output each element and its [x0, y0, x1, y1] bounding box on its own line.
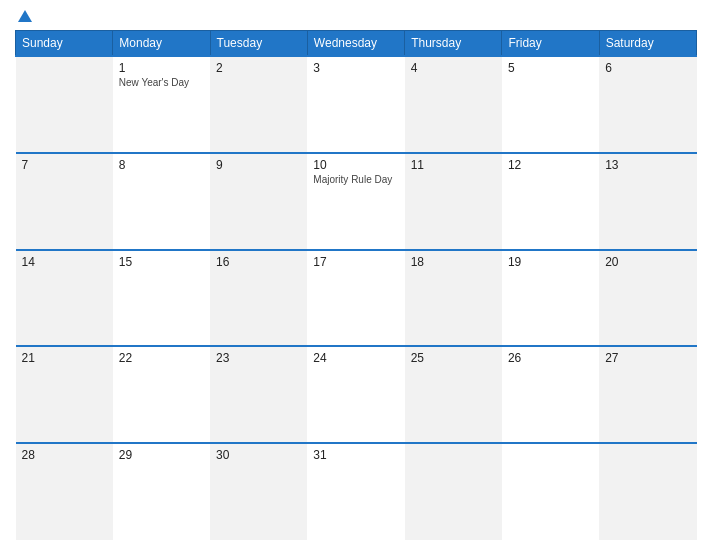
- calendar-cell: 10Majority Rule Day: [307, 153, 404, 250]
- calendar-cell: 28: [16, 443, 113, 540]
- calendar-cell: 1New Year's Day: [113, 56, 210, 153]
- day-number: 25: [411, 351, 496, 365]
- calendar-week-row: 14151617181920: [16, 250, 697, 347]
- calendar-cell: 20: [599, 250, 696, 347]
- calendar-cell: 14: [16, 250, 113, 347]
- day-event: New Year's Day: [119, 77, 204, 88]
- calendar-cell: 31: [307, 443, 404, 540]
- day-number: 30: [216, 448, 301, 462]
- calendar-cell: 27: [599, 346, 696, 443]
- calendar-cell: 3: [307, 56, 404, 153]
- calendar-cell: 6: [599, 56, 696, 153]
- calendar-cell: 26: [502, 346, 599, 443]
- day-number: 29: [119, 448, 204, 462]
- calendar-header: [15, 10, 697, 22]
- calendar-cell: 21: [16, 346, 113, 443]
- weekday-header: Friday: [502, 31, 599, 57]
- weekday-header: Tuesday: [210, 31, 307, 57]
- day-number: 5: [508, 61, 593, 75]
- calendar-week-row: 28293031: [16, 443, 697, 540]
- calendar-cell: 29: [113, 443, 210, 540]
- calendar-cell: 9: [210, 153, 307, 250]
- calendar-cell: 24: [307, 346, 404, 443]
- calendar-thead: SundayMondayTuesdayWednesdayThursdayFrid…: [16, 31, 697, 57]
- day-number: 31: [313, 448, 398, 462]
- day-number: 28: [22, 448, 107, 462]
- calendar-cell: 15: [113, 250, 210, 347]
- day-number: 21: [22, 351, 107, 365]
- calendar-cell: 25: [405, 346, 502, 443]
- calendar-week-row: 1New Year's Day23456: [16, 56, 697, 153]
- day-number: 8: [119, 158, 204, 172]
- weekday-header: Monday: [113, 31, 210, 57]
- calendar-cell: 8: [113, 153, 210, 250]
- day-number: 10: [313, 158, 398, 172]
- day-number: 1: [119, 61, 204, 75]
- day-number: 9: [216, 158, 301, 172]
- calendar-cell: 2: [210, 56, 307, 153]
- calendar-cell: [16, 56, 113, 153]
- weekday-header: Thursday: [405, 31, 502, 57]
- calendar-cell: 13: [599, 153, 696, 250]
- day-number: 18: [411, 255, 496, 269]
- calendar-cell: 12: [502, 153, 599, 250]
- logo-blue-text: [15, 10, 32, 22]
- day-number: 24: [313, 351, 398, 365]
- day-number: 4: [411, 61, 496, 75]
- day-number: 19: [508, 255, 593, 269]
- calendar-table: SundayMondayTuesdayWednesdayThursdayFrid…: [15, 30, 697, 540]
- day-event: Majority Rule Day: [313, 174, 398, 185]
- day-number: 3: [313, 61, 398, 75]
- day-number: 6: [605, 61, 690, 75]
- calendar-cell: 23: [210, 346, 307, 443]
- calendar-cell: 30: [210, 443, 307, 540]
- calendar-week-row: 78910Majority Rule Day111213: [16, 153, 697, 250]
- day-number: 13: [605, 158, 690, 172]
- calendar-cell: 19: [502, 250, 599, 347]
- calendar-cell: [502, 443, 599, 540]
- weekday-header-row: SundayMondayTuesdayWednesdayThursdayFrid…: [16, 31, 697, 57]
- day-number: 22: [119, 351, 204, 365]
- day-number: 15: [119, 255, 204, 269]
- calendar-cell: 22: [113, 346, 210, 443]
- day-number: 2: [216, 61, 301, 75]
- calendar-cell: [405, 443, 502, 540]
- calendar-cell: 17: [307, 250, 404, 347]
- logo-triangle-icon: [18, 10, 32, 22]
- day-number: 16: [216, 255, 301, 269]
- day-number: 14: [22, 255, 107, 269]
- weekday-header: Sunday: [16, 31, 113, 57]
- day-number: 17: [313, 255, 398, 269]
- calendar-cell: 7: [16, 153, 113, 250]
- weekday-header: Saturday: [599, 31, 696, 57]
- calendar-wrapper: SundayMondayTuesdayWednesdayThursdayFrid…: [0, 0, 712, 550]
- day-number: 26: [508, 351, 593, 365]
- calendar-cell: 5: [502, 56, 599, 153]
- day-number: 23: [216, 351, 301, 365]
- day-number: 7: [22, 158, 107, 172]
- calendar-cell: 18: [405, 250, 502, 347]
- calendar-cell: 16: [210, 250, 307, 347]
- day-number: 11: [411, 158, 496, 172]
- weekday-header: Wednesday: [307, 31, 404, 57]
- calendar-tbody: 1New Year's Day2345678910Majority Rule D…: [16, 56, 697, 540]
- calendar-cell: [599, 443, 696, 540]
- calendar-week-row: 21222324252627: [16, 346, 697, 443]
- logo: [15, 10, 32, 22]
- calendar-cell: 4: [405, 56, 502, 153]
- day-number: 20: [605, 255, 690, 269]
- day-number: 12: [508, 158, 593, 172]
- day-number: 27: [605, 351, 690, 365]
- calendar-cell: 11: [405, 153, 502, 250]
